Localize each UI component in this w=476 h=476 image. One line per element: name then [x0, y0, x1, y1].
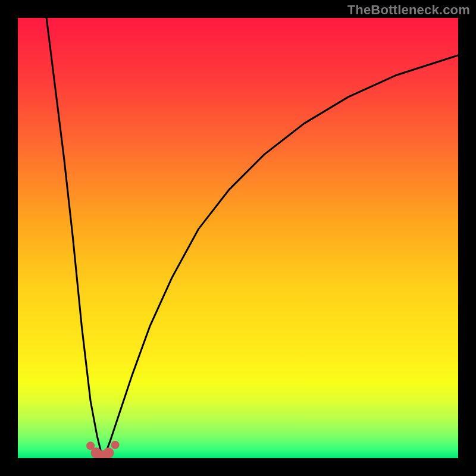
bottleneck-marker — [103, 447, 114, 458]
watermark-label: TheBottleneck.com — [347, 2, 470, 18]
bottleneck-marker — [111, 441, 120, 449]
gradient-background — [18, 18, 458, 458]
plot-svg — [18, 18, 458, 458]
outer-frame: TheBottleneck.com — [0, 0, 476, 476]
plot-area — [18, 18, 458, 458]
